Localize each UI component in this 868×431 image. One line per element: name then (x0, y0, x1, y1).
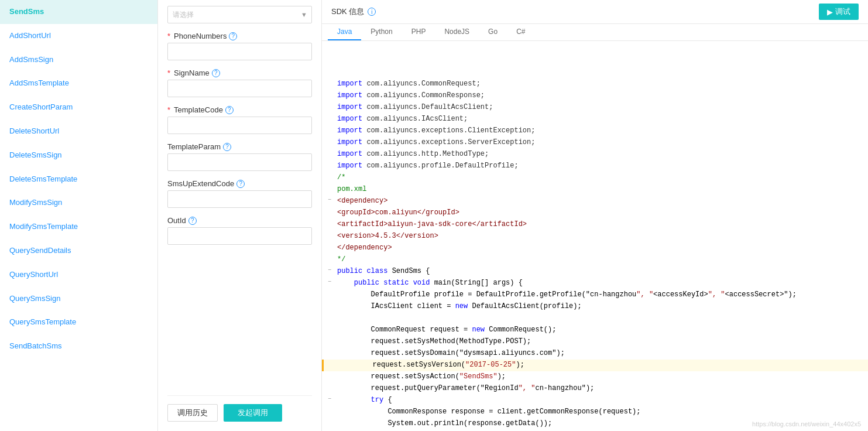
code-text: request.setSysMethod(MethodType.POST); (335, 336, 866, 347)
code-line: <groupId>com.aliyun</groupId> (322, 207, 868, 219)
form-group-outid: OutId? (167, 216, 312, 245)
fold-icon[interactable]: − (324, 395, 335, 404)
input-phonenumbers[interactable] (167, 43, 312, 60)
input-outid[interactable] (167, 227, 312, 245)
sidebar-item-sendbatchsms[interactable]: SendBatchSms (0, 334, 157, 358)
sidebar-item-sendsms[interactable]: SendSms (0, 0, 157, 24)
code-tab-c#[interactable]: C# (507, 24, 534, 40)
code-text: <dependency> (335, 196, 866, 207)
help-icon-phonenumbers[interactable]: ? (229, 32, 237, 40)
sdk-title-text: SDK 信息 (331, 6, 364, 17)
form-group-signname: * SignName? (167, 69, 312, 97)
help-icon-templatecode[interactable]: ? (225, 106, 234, 114)
code-text: </dependency> (335, 242, 866, 254)
help-icon-signname[interactable]: ? (212, 69, 220, 77)
code-line: request.setSysVersion("2017-05-25"); (322, 360, 868, 371)
code-line: request.setSysAction("SendSms"); (322, 371, 868, 383)
code-text: public static void main(String[] args) { (335, 278, 866, 289)
form-label-signname: * SignName? (167, 69, 312, 77)
label-text: TemplateCode (174, 105, 223, 114)
code-line: import com.aliyuncs.CommonResponse; (322, 90, 868, 102)
code-text: try { (335, 395, 866, 406)
sidebar-item-deletesmstemplate[interactable]: DeleteSmsTemplate (0, 167, 157, 191)
sidebar-item-createshortparam[interactable]: CreateShortParam (0, 95, 157, 119)
code-line: IAcsClient client = new DefaultAcsClient… (322, 301, 868, 313)
code-panel: SDK 信息 i ▶ 调试 JavaPythonPHPNodeJSGoC# im… (322, 0, 868, 431)
sidebar-item-queryshorturl[interactable]: QueryShortUrl (0, 263, 157, 287)
code-line: import com.aliyuncs.IAcsClient; (322, 114, 868, 125)
code-line: /* (322, 172, 868, 184)
fold-icon[interactable]: − (324, 196, 335, 205)
help-icon-outid[interactable]: ? (188, 217, 197, 225)
code-line: <artifactId>aliyun-java-sdk-core</artifa… (322, 219, 868, 231)
code-line: import com.aliyuncs.exceptions.ServerExc… (322, 137, 868, 149)
required-mark: * (167, 69, 170, 77)
form-label-templatecode: * TemplateCode? (167, 105, 312, 114)
form-group-templatecode: * TemplateCode? (167, 105, 312, 134)
sdk-info-icon[interactable]: i (368, 8, 376, 16)
fold-icon[interactable]: − (324, 266, 335, 275)
code-text: import com.aliyuncs.http.MethodType; (335, 149, 866, 160)
sidebar-item-querysenddetails[interactable]: QuerySendDetails (0, 239, 157, 263)
code-line: −<dependency> (322, 196, 868, 207)
code-text: request.setSysVersion("2017-05-25"); (337, 360, 866, 371)
code-line: − public static void main(String[] args)… (322, 278, 868, 289)
label-text: SmsUpExtendCode (167, 179, 234, 188)
code-line: import com.aliyuncs.profile.DefaultProfi… (322, 160, 868, 172)
code-tab-java[interactable]: Java (328, 24, 361, 40)
code-text: import com.aliyuncs.CommonResponse; (335, 90, 866, 101)
help-icon-smsupextendcode[interactable]: ? (236, 180, 245, 188)
code-text: IAcsClient client = new DefaultAcsClient… (335, 301, 866, 312)
input-signname[interactable] (167, 80, 312, 97)
input-templatecode[interactable] (167, 117, 312, 134)
input-smsupextendcode[interactable] (167, 190, 312, 208)
code-text: request.setSysAction("SendSms"); (335, 371, 866, 382)
submit-button[interactable]: 发起调用 (224, 404, 282, 422)
form-footer: 调用历史 发起调用 (167, 395, 312, 431)
code-text: CommonRequest request = new CommonReques… (335, 324, 866, 336)
form-label-phonenumbers: * PhoneNumbers? (167, 32, 312, 40)
form-group-templateparam: TemplateParam? (167, 142, 312, 171)
code-line: import com.aliyuncs.exceptions.ClientExc… (322, 125, 868, 137)
code-tab-php[interactable]: PHP (402, 24, 435, 40)
code-text: <groupId>com.aliyun</groupId> (335, 207, 866, 218)
code-tab-python[interactable]: Python (361, 24, 402, 40)
sidebar-item-addshorturl[interactable]: AddShortUrl (0, 24, 157, 48)
fold-icon[interactable]: − (324, 278, 335, 287)
code-tab-nodejs[interactable]: NodeJS (435, 24, 479, 40)
sidebar-item-addsmssign[interactable]: AddSmsSign (0, 48, 157, 72)
sidebar-item-modifysmstemplate[interactable]: ModifySmsTemplate (0, 215, 157, 239)
code-text: import com.aliyuncs.exceptions.ServerExc… (335, 137, 866, 148)
form-label-templateparam: TemplateParam? (167, 142, 312, 151)
input-templateparam[interactable] (167, 153, 312, 171)
code-line: </dependency> (322, 242, 868, 254)
label-text: OutId (167, 216, 186, 225)
code-line: CommonResponse response = client.getComm… (322, 406, 868, 418)
sdk-title: SDK 信息 i (331, 6, 376, 17)
watermark: https://blog.csdn.net/weixin_44x402x5 (752, 420, 861, 427)
sidebar-item-addsmstemplate[interactable]: AddSmsTemplate (0, 71, 157, 95)
sidebar-item-deletesmssign[interactable]: DeleteSmsSign (0, 143, 157, 167)
code-text: import com.aliyuncs.profile.DefaultProfi… (335, 160, 866, 172)
code-text: request.setSysDomain("dysmsapi.aliyuncs.… (335, 348, 866, 359)
required-mark: * (167, 105, 170, 114)
sidebar-item-deleteshorturl[interactable]: DeleteShortUrl (0, 119, 157, 143)
code-text: <artifactId>aliyun-java-sdk-core</artifa… (335, 219, 866, 230)
form-label-outid: OutId? (167, 216, 312, 225)
code-text: <version>4.5.3</version> (335, 231, 866, 242)
code-line: <version>4.5.3</version> (322, 231, 868, 242)
sidebar-item-querysmstemplate[interactable]: QuerySmsTemplate (0, 310, 157, 334)
code-line: request.setSysMethod(MethodType.POST); (322, 336, 868, 348)
code-tab-go[interactable]: Go (479, 24, 507, 40)
code-line: import com.aliyuncs.CommonRequest; (322, 78, 868, 90)
code-line: */ (322, 254, 868, 266)
history-button[interactable]: 调用历史 (167, 404, 218, 422)
sidebar-item-querysmssign[interactable]: QuerySmsSign (0, 287, 157, 311)
main-select[interactable]: 请选择 (167, 6, 312, 23)
help-icon-templateparam[interactable]: ? (223, 143, 231, 151)
code-text: DefaultProfile profile = DefaultProfile.… (335, 289, 866, 300)
code-text: import com.aliyuncs.exceptions.ClientExc… (335, 125, 866, 136)
sidebar-item-modifysmssign[interactable]: ModifySmsSign (0, 191, 157, 215)
form-panel: 请选择 ▼ * PhoneNumbers?* SignName?* Templa… (158, 0, 322, 431)
debug-button[interactable]: ▶ 调试 (819, 4, 859, 20)
